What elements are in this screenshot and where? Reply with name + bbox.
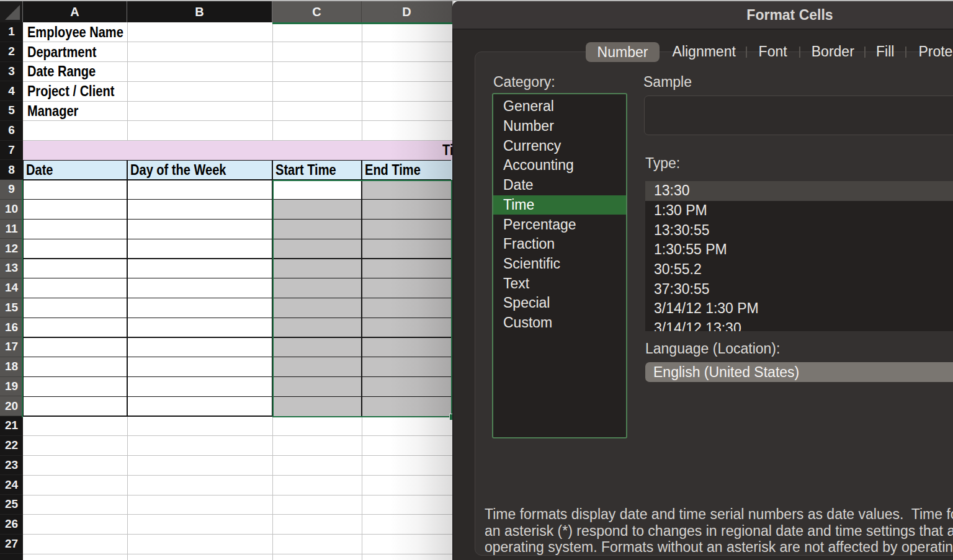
category-item-percentage[interactable]: Percentage: [493, 215, 626, 234]
table-border-h: [23, 416, 273, 417]
type-item-0[interactable]: 13:30: [645, 181, 953, 201]
cell-label: Manager: [27, 101, 78, 121]
row-header-20[interactable]: 20: [0, 396, 23, 416]
table-border-h: [23, 160, 451, 161]
row-header-15[interactable]: 15: [0, 298, 23, 318]
cell-label: Employee Name: [27, 22, 123, 42]
category-label: Category:: [493, 74, 555, 90]
help-line-1: Time formats display date and time seria…: [485, 506, 953, 523]
row-header-2[interactable]: 2: [0, 42, 23, 62]
gridline-h: [23, 455, 452, 456]
row-header-1[interactable]: 1: [0, 22, 23, 42]
column-header-a[interactable]: A: [23, 1, 127, 22]
row-header-9[interactable]: 9: [0, 180, 23, 200]
column-header-d[interactable]: D: [362, 1, 452, 22]
type-item-3[interactable]: 1:30:55 PM: [645, 240, 953, 260]
row-header-28[interactable]: [0, 554, 23, 560]
type-item-6[interactable]: 3/14/12 1:30 PM: [645, 299, 953, 319]
gridline-h: [23, 435, 452, 436]
column-header-b[interactable]: B: [127, 1, 272, 22]
row-header-13[interactable]: 13: [0, 259, 23, 278]
row-header-27[interactable]: 27: [0, 535, 23, 554]
tab-alignment[interactable]: Alignment: [673, 43, 736, 60]
row-header-18[interactable]: 18: [0, 357, 23, 377]
type-item-1[interactable]: 1:30 PM: [645, 201, 953, 221]
tab-separator: [799, 47, 800, 58]
type-item-5[interactable]: 37:30:55: [645, 279, 953, 299]
type-item-4[interactable]: 30:55.2: [645, 260, 953, 280]
row-header-25[interactable]: 25: [0, 495, 23, 515]
help-line-2: an asterisk (*) respond to changes in re…: [485, 523, 953, 540]
category-item-custom[interactable]: Custom: [493, 313, 626, 333]
row-header-16[interactable]: 16: [0, 318, 23, 337]
row-header-7[interactable]: 7: [0, 141, 23, 161]
row-header-4[interactable]: 4: [0, 81, 23, 101]
dialog-titlebar[interactable]: Format Cells: [452, 1, 953, 30]
language-value: English (United States): [653, 364, 799, 381]
tab-separator: [864, 47, 866, 58]
gridline-h: [23, 495, 452, 496]
help-line-3: operating system. Formats without an ast…: [485, 539, 953, 556]
gridline-h: [23, 514, 452, 515]
row-header-22[interactable]: 22: [0, 436, 23, 456]
tab-font[interactable]: Font: [759, 43, 787, 60]
row-header-5[interactable]: 5: [0, 101, 23, 121]
dialog-title: Format Cells: [452, 1, 953, 29]
row-header-23[interactable]: 23: [0, 456, 23, 476]
table-border-v: [127, 160, 127, 416]
category-item-number[interactable]: Number: [493, 117, 626, 136]
tab-protection[interactable]: Protection: [918, 43, 953, 60]
tab-number[interactable]: Number: [586, 42, 660, 62]
row-header-6[interactable]: 6: [0, 121, 23, 141]
type-item-2[interactable]: 13:30:55: [645, 220, 953, 240]
banner-row: Ti: [23, 141, 452, 161]
language-label: Language (Location):: [645, 340, 780, 357]
row-header-26[interactable]: 26: [0, 515, 23, 535]
row-header-8[interactable]: 8: [0, 160, 23, 180]
table-header-cell: Day of the Week: [127, 160, 248, 180]
category-item-text[interactable]: Text: [493, 273, 626, 293]
language-dropdown[interactable]: English (United States): [645, 362, 953, 382]
category-item-scientific[interactable]: Scientific: [493, 254, 626, 274]
category-item-general[interactable]: General: [493, 97, 626, 117]
row-header-24[interactable]: 24: [0, 475, 23, 495]
tab-border[interactable]: Border: [812, 43, 854, 60]
tab-fill[interactable]: Fill: [876, 43, 894, 60]
row-header-10[interactable]: 10: [0, 200, 23, 220]
category-item-special[interactable]: Special: [493, 293, 626, 313]
category-item-accounting[interactable]: Accounting: [493, 156, 626, 176]
selected-rows-edge: [22, 180, 24, 417]
row-header-21[interactable]: 21: [0, 416, 23, 436]
category-item-date[interactable]: Date: [493, 176, 626, 195]
cell-label: Project / Client: [27, 81, 114, 101]
category-item-currency[interactable]: Currency: [493, 136, 626, 156]
banner-title: Ti: [442, 141, 453, 161]
row-header-12[interactable]: 12: [0, 239, 23, 259]
row-header-14[interactable]: 14: [0, 278, 23, 298]
type-item-7[interactable]: 3/14/12 13:30: [645, 319, 953, 331]
gridline-h: [23, 475, 452, 476]
gridline-h: [23, 120, 452, 121]
column-header-c[interactable]: C: [272, 1, 362, 22]
cell-label: Date Range: [27, 62, 96, 82]
row-header-3[interactable]: 3: [0, 62, 23, 82]
type-list[interactable]: 13:301:30 PM13:30:551:30:55 PM30:55.237:…: [645, 181, 953, 331]
format-cells-dialog: Format Cells NumberAlignmentFontBorderFi…: [452, 1, 953, 560]
row-header-11[interactable]: 11: [0, 220, 23, 239]
gridline-h: [23, 534, 452, 535]
type-label: Type:: [645, 155, 680, 171]
row-header-19[interactable]: 19: [0, 377, 23, 397]
corner-triangle-icon: [5, 5, 20, 20]
category-item-fraction[interactable]: Fraction: [493, 234, 626, 254]
gridline-h: [23, 554, 452, 554]
row-header-17[interactable]: 17: [0, 337, 23, 357]
cell-label: Department: [27, 42, 96, 62]
sample-label: Sample: [643, 74, 692, 90]
selection-border: [272, 180, 452, 417]
category-list[interactable]: GeneralNumberCurrencyAccountingDateTimeP…: [492, 93, 627, 438]
table-header-cell: End Time: [362, 160, 437, 180]
category-item-time[interactable]: Time: [493, 195, 626, 215]
select-all-corner[interactable]: [0, 1, 23, 22]
help-text: Time formats display date and time seria…: [485, 506, 953, 556]
sample-box: [644, 96, 953, 135]
